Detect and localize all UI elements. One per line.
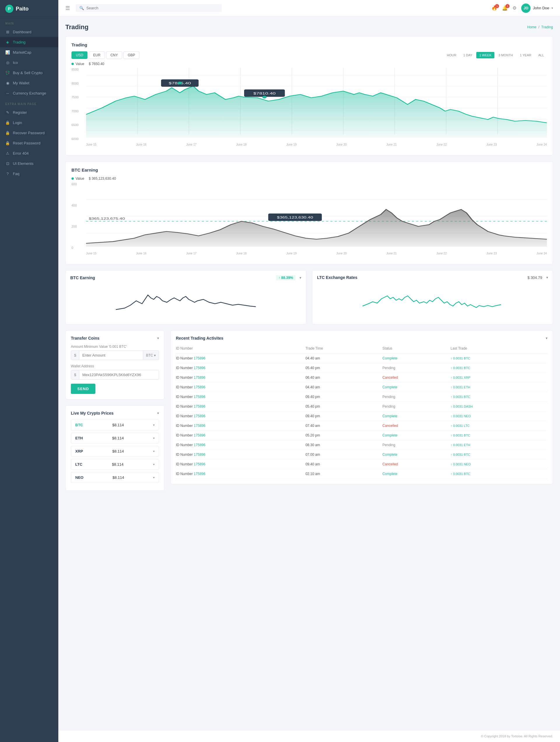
time-btn-1week[interactable]: 1 WEEK xyxy=(476,52,494,58)
ico-icon: ◎ xyxy=(5,60,10,65)
table-row: ID Number 175896 05.40 pm Pending ↑ 0.00… xyxy=(176,402,548,411)
currency-btn-eur[interactable]: EUR xyxy=(89,51,105,59)
sidebar-item-error404[interactable]: ⚠ Error 404 xyxy=(0,148,58,158)
td-status: Complete xyxy=(382,450,451,460)
col-time: Trade Time xyxy=(305,344,382,354)
currency-btn-cny[interactable]: CNY xyxy=(106,51,122,59)
user-menu[interactable]: JD John Doe ▾ xyxy=(521,3,553,13)
status-badge: Complete xyxy=(382,433,397,437)
sidebar-item-recover-password[interactable]: 🔒 Recover Password xyxy=(0,128,58,138)
sidebar-item-currency-exchange[interactable]: ↔ Currency Exchange xyxy=(0,88,58,98)
btc-svg: $365,123,630.40 $365,123,675.40 xyxy=(86,182,547,250)
send-button[interactable]: SEND xyxy=(71,384,95,394)
currency-btn-usd[interactable]: USD xyxy=(71,51,88,59)
sidebar-item-dashboard[interactable]: ⊞ Dashboard xyxy=(0,27,58,37)
sidebar-item-my-wallet[interactable]: ◉ My Wallet xyxy=(0,78,58,88)
time-btn-hour[interactable]: HOUR xyxy=(444,52,459,58)
td-id: ID Number 175896 xyxy=(176,392,305,402)
td-id: ID Number 175896 xyxy=(176,402,305,411)
price-chevron-icon[interactable]: ▾ xyxy=(153,436,155,440)
sidebar-item-reset-password[interactable]: 🔒 Reset Password xyxy=(0,138,58,148)
amount-input[interactable] xyxy=(79,351,143,360)
id-link[interactable]: 175896 xyxy=(194,443,205,447)
recent-dropdown-icon[interactable]: ▾ xyxy=(546,336,548,340)
user-chevron-icon: ▾ xyxy=(552,6,553,10)
transfer-dropdown-icon[interactable]: ▾ xyxy=(157,336,159,340)
sidebar-item-login[interactable]: 🔒 Login xyxy=(0,118,58,128)
settings-icon[interactable]: ⚙ xyxy=(512,5,516,11)
table-row: ID Number 175896 04.40 am Complete ↑ 0.0… xyxy=(176,382,548,392)
id-link[interactable]: 175896 xyxy=(194,356,205,360)
price-chevron-icon[interactable]: ▾ xyxy=(153,476,155,479)
btc-legend-value: $ 365,123,630.40 xyxy=(89,176,116,180)
notification-flame-icon[interactable]: 🔥 1 xyxy=(492,5,497,11)
wallet-input[interactable] xyxy=(79,370,159,379)
sidebar-item-buy-sell[interactable]: 💱 Buy & Sell Crypto xyxy=(0,68,58,78)
trading-y-axis: 850080007500700065006000 xyxy=(71,68,86,141)
sidebar-item-trading[interactable]: ◈ Trading xyxy=(0,37,58,47)
sidebar-item-label: Dashboard xyxy=(13,30,32,34)
price-value: $8.114 xyxy=(112,436,124,440)
ltc-mini-dropdown[interactable]: ▾ xyxy=(546,275,548,279)
sidebar-item-ui-elements[interactable]: ⊡ UI Elements xyxy=(0,158,58,169)
bell-icon[interactable]: 🔔 1 xyxy=(502,5,508,11)
sidebar-item-faq[interactable]: ? Faq xyxy=(0,169,58,179)
sidebar-item-label: My Wallet xyxy=(13,81,30,85)
price-chevron-icon[interactable]: ▾ xyxy=(153,423,155,427)
currency-buttons: USD EUR CNY GBP xyxy=(71,51,139,59)
id-link[interactable]: 175896 xyxy=(194,414,205,418)
currency-btn-gbp[interactable]: GBP xyxy=(123,51,139,59)
id-link[interactable]: 175896 xyxy=(194,453,205,457)
td-last-trade: ↑ 0.0031 BTC xyxy=(451,392,548,402)
td-last-trade: ↑ 0.0031 BTC xyxy=(451,431,548,440)
search-input[interactable] xyxy=(86,6,218,10)
td-status: Complete xyxy=(382,382,451,392)
td-status: Complete xyxy=(382,431,451,440)
price-name: LTC xyxy=(75,462,82,467)
sidebar-item-marketcap[interactable]: 📊 MarketCap xyxy=(0,47,58,57)
id-link[interactable]: 175896 xyxy=(194,405,205,409)
logo[interactable]: P Paito xyxy=(0,0,58,18)
ui-icon: ⊡ xyxy=(5,161,10,166)
id-link[interactable]: 175896 xyxy=(194,462,205,466)
amount-suffix[interactable]: BTC ▾ xyxy=(143,351,159,360)
last-trade-value: ↑ 0.0031 NEO xyxy=(451,414,471,418)
sidebar-item-label: MarketCap xyxy=(13,50,32,55)
td-id: ID Number 175896 xyxy=(176,354,305,363)
id-link[interactable]: 175896 xyxy=(194,375,205,380)
time-btn-1day[interactable]: 1 DAY xyxy=(460,52,475,58)
legend-label: Value xyxy=(75,62,84,66)
list-item[interactable]: LTC $8.114 ▾ xyxy=(71,459,159,470)
breadcrumb: Home / Trading xyxy=(527,25,553,29)
id-link[interactable]: 175896 xyxy=(194,366,205,370)
price-rows: BTC $8.114 ▾ ETH $8.114 ▾ XRP $8.114 ▾ L… xyxy=(71,420,159,483)
sidebar-item-ico[interactable]: ◎ Ico xyxy=(0,57,58,68)
td-status: Complete xyxy=(382,354,451,363)
prices-dropdown-icon[interactable]: ▾ xyxy=(157,411,159,415)
topbar: ☰ 🔍 🔥 1 🔔 1 ⚙ JD John Doe ▾ xyxy=(58,0,560,16)
td-time: 05.40 pm xyxy=(305,363,382,373)
hamburger-button[interactable]: ☰ xyxy=(65,5,70,11)
list-item[interactable]: XRP $8.114 ▾ xyxy=(71,446,159,457)
id-link[interactable]: 175896 xyxy=(194,395,205,399)
ltc-value: $ 304.79 xyxy=(527,275,542,280)
search-bar[interactable]: 🔍 xyxy=(76,4,222,12)
btc-mini-dropdown[interactable]: ▾ xyxy=(299,276,301,280)
list-item[interactable]: BTC $8.114 ▾ xyxy=(71,420,159,430)
time-btn-3month[interactable]: 3 MONTH xyxy=(496,52,516,58)
time-btn-all[interactable]: ALL xyxy=(535,52,547,58)
td-status: Pending xyxy=(382,440,451,450)
id-link[interactable]: 175896 xyxy=(194,472,205,476)
id-link[interactable]: 175896 xyxy=(194,433,205,437)
dashboard-icon: ⊞ xyxy=(5,30,10,34)
price-chevron-icon[interactable]: ▾ xyxy=(153,449,155,453)
wallet-icon: ◉ xyxy=(5,81,10,85)
td-status: Complete xyxy=(382,411,451,421)
price-chevron-icon[interactable]: ▾ xyxy=(153,463,155,466)
id-link[interactable]: 175896 xyxy=(194,385,205,389)
list-item[interactable]: ETH $8.114 ▾ xyxy=(71,433,159,443)
time-btn-1year[interactable]: 1 YEAR xyxy=(517,52,534,58)
sidebar-item-register[interactable]: ✎ Register xyxy=(0,107,58,118)
id-link[interactable]: 175896 xyxy=(194,424,205,428)
list-item[interactable]: NEO $8.114 ▾ xyxy=(71,472,159,483)
